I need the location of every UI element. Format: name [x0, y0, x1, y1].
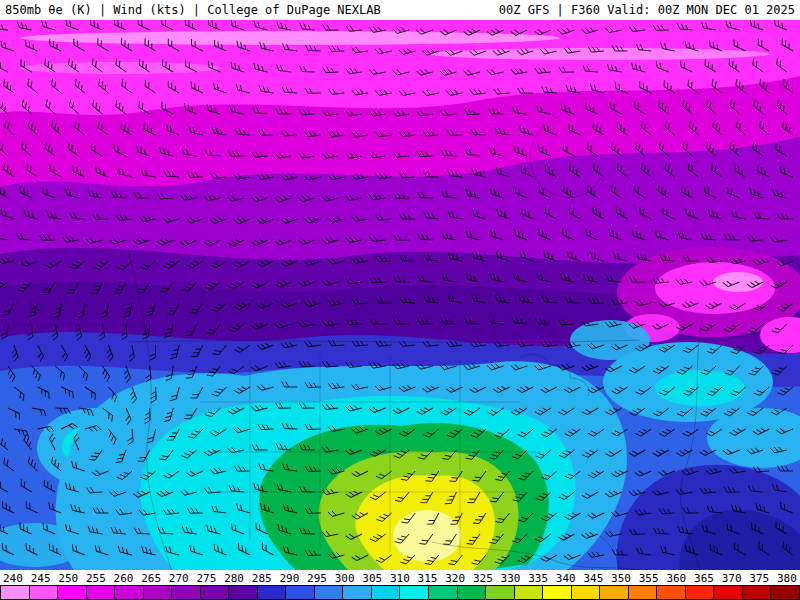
colorbar-tick-label: 255	[86, 572, 106, 585]
colorbar-cell	[372, 586, 401, 599]
colorbar-cell	[58, 586, 87, 599]
colorbar-cell	[458, 586, 487, 599]
header-bar: 850mb θe (K) | Wind (kts) | College of D…	[0, 0, 800, 20]
colorbar-tick-label: 330	[501, 572, 521, 585]
colorbar-tick-label: 340	[556, 572, 576, 585]
colorbar-cell	[229, 586, 258, 599]
colorbar-tick-label: 250	[58, 572, 78, 585]
colorbar-tick-label: 320	[445, 572, 465, 585]
colorbar-cell	[400, 586, 429, 599]
colorbar-cell	[201, 586, 230, 599]
colorbar-cell	[686, 586, 715, 599]
colorbar-scale	[0, 585, 800, 600]
colorbar-tick-label: 285	[252, 572, 272, 585]
colorbar-tick-label: 335	[528, 572, 548, 585]
colorbar-tick-label: 295	[307, 572, 327, 585]
colorbar-tick-label: 240	[3, 572, 23, 585]
colorbar-tick-label: 270	[169, 572, 189, 585]
colorbar-cell	[343, 586, 372, 599]
colorbar-cell	[657, 586, 686, 599]
colorbar-tick-label: 275	[196, 572, 216, 585]
theta-e-filled-contours	[0, 20, 800, 570]
colorbar-cell	[258, 586, 287, 599]
colorbar-tick-label: 360	[666, 572, 686, 585]
colorbar-tick-label: 265	[141, 572, 161, 585]
colorbar-cell	[286, 586, 315, 599]
colorbar-tick-row: 2402452502552602652702752802852902953003…	[0, 570, 800, 585]
colorbar-cell	[543, 586, 572, 599]
colorbar-cell	[30, 586, 59, 599]
colorbar-tick-label: 300	[335, 572, 355, 585]
colorbar-cell	[315, 586, 344, 599]
colorbar-cell	[1, 586, 30, 599]
colorbar-cell	[515, 586, 544, 599]
colorbar-tick-label: 245	[31, 572, 51, 585]
weather-map-app: 850mb θe (K) | Wind (kts) | College of D…	[0, 0, 800, 600]
colorbar-tick-label: 380	[777, 572, 797, 585]
map-area	[0, 20, 800, 570]
colorbar-cell	[600, 586, 629, 599]
colorbar-tick-label: 280	[224, 572, 244, 585]
colorbar-cell	[429, 586, 458, 599]
colorbar-tick-label: 375	[749, 572, 769, 585]
colorbar-cell	[144, 586, 173, 599]
contour-pale-yellow-max	[393, 510, 461, 562]
colorbar-tick-label: 345	[583, 572, 603, 585]
colorbar-tick-label: 325	[473, 572, 493, 585]
colorbar-tick-label: 260	[114, 572, 134, 585]
contour-right-bright-cyan	[655, 370, 745, 406]
theta-e-field-map	[0, 20, 800, 570]
colorbar-cell	[172, 586, 201, 599]
colorbar-tick-label: 370	[722, 572, 742, 585]
colorbar-tick-label: 355	[639, 572, 659, 585]
colorbar-cell	[87, 586, 116, 599]
colorbar-tick-label: 290	[279, 572, 299, 585]
colorbar-tick-label: 350	[611, 572, 631, 585]
colorbar-tick-label: 310	[390, 572, 410, 585]
colorbar-cell	[771, 586, 799, 599]
model-run-valid-info: 00Z GFS | F360 Valid: 00Z MON DEC 01 202…	[499, 3, 795, 17]
product-title: 850mb θe (K) | Wind (kts) | College of D…	[5, 3, 381, 17]
colorbar-cell	[743, 586, 772, 599]
colorbar-cell	[486, 586, 515, 599]
colorbar-cell	[572, 586, 601, 599]
colorbar-tick-label: 315	[418, 572, 438, 585]
colorbar-cell	[115, 586, 144, 599]
colorbar-tick-label: 365	[694, 572, 714, 585]
colorbar: 2402452502552602652702752802852902953003…	[0, 570, 800, 600]
colorbar-cell	[714, 586, 743, 599]
colorbar-cell	[629, 586, 658, 599]
colorbar-tick-label: 305	[362, 572, 382, 585]
